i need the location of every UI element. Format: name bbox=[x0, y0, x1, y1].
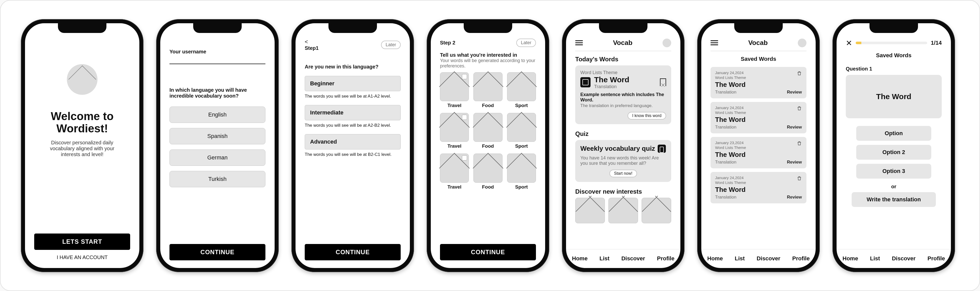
review-button[interactable]: Review bbox=[787, 160, 802, 165]
saved-word-item[interactable]: January 24,2024Word Lists ThemeThe WordT… bbox=[711, 102, 807, 133]
saved-words-list: January 24,2024Word Lists ThemeThe WordT… bbox=[711, 67, 807, 207]
quiz-option-1[interactable]: Option bbox=[856, 126, 931, 141]
saved-translation: Translation bbox=[715, 125, 736, 130]
avatar[interactable] bbox=[662, 38, 671, 47]
menu-icon[interactable] bbox=[575, 39, 583, 46]
interest-tile[interactable] bbox=[473, 72, 502, 101]
lang-option-spanish[interactable]: Spanish bbox=[169, 128, 266, 144]
level-intermediate-note: The words you will see will be at A2-B2 … bbox=[305, 123, 401, 128]
saved-translation: Translation bbox=[715, 195, 736, 200]
phone-level: < Step1 Later Are you new in this langua… bbox=[291, 19, 414, 272]
interest-tile[interactable] bbox=[507, 113, 536, 142]
word-example-translation: The translation in preferred language. bbox=[580, 103, 666, 108]
saved-date: January 23,2024 bbox=[715, 141, 802, 145]
nav-list[interactable]: List bbox=[870, 255, 880, 262]
saved-word-item[interactable]: January 23,2024Word Lists ThemeThe WordT… bbox=[711, 137, 807, 168]
quiz-option-3[interactable]: Option 3 bbox=[856, 164, 931, 179]
saved-word: The Word bbox=[715, 81, 802, 89]
quiz-card-text: You have 14 new words this week! Are you… bbox=[580, 155, 666, 166]
level-intermediate[interactable]: Intermediate bbox=[305, 105, 401, 120]
interest-tile[interactable] bbox=[507, 72, 536, 101]
nav-profile[interactable]: Profile bbox=[928, 255, 945, 262]
interest-label: Travel bbox=[447, 184, 461, 190]
review-button[interactable]: Review bbox=[787, 90, 802, 95]
username-input[interactable] bbox=[169, 55, 266, 64]
phone-language: Your username In which language you will… bbox=[156, 19, 279, 272]
continue-button[interactable]: CONTINUE bbox=[440, 244, 536, 261]
saved-word-item[interactable]: January 24,2024Word Lists ThemeThe WordT… bbox=[711, 67, 807, 98]
later-button[interactable]: Later bbox=[381, 41, 401, 49]
bookmark-icon[interactable] bbox=[660, 78, 666, 86]
nav-discover[interactable]: Discover bbox=[757, 255, 780, 262]
wireframe-canvas: Welcome to Wordiest! Discover personaliz… bbox=[0, 0, 980, 291]
interest-label: Travel bbox=[447, 103, 461, 108]
lang-option-english[interactable]: English bbox=[169, 107, 266, 123]
saved-date: January 24,2024 bbox=[715, 106, 802, 110]
review-button[interactable]: Review bbox=[787, 125, 802, 130]
or-label: or? bbox=[846, 184, 942, 190]
review-button[interactable]: Review bbox=[787, 195, 802, 200]
welcome-title: Welcome to Wordiest! bbox=[34, 110, 130, 135]
saved-word: The Word bbox=[715, 116, 802, 124]
interest-label: Sport bbox=[515, 103, 528, 108]
interest-tile[interactable] bbox=[440, 113, 469, 142]
interest-label: Sport bbox=[515, 184, 528, 190]
trash-icon[interactable] bbox=[797, 106, 802, 112]
nav-list[interactable]: List bbox=[600, 255, 609, 262]
nav-home[interactable]: Home bbox=[707, 255, 723, 262]
level-beginner[interactable]: Beginner bbox=[305, 76, 401, 91]
write-translation-button[interactable]: Write the translation bbox=[852, 192, 936, 207]
close-icon[interactable]: ✕ bbox=[846, 38, 852, 48]
menu-icon[interactable] bbox=[711, 39, 718, 46]
nav-discover[interactable]: Discover bbox=[892, 255, 916, 262]
know-word-button[interactable]: I know this word bbox=[628, 112, 666, 120]
step-label: Step1 bbox=[305, 45, 318, 51]
welcome-subtitle: Discover personalized daily vocabulary a… bbox=[41, 140, 123, 157]
avatar[interactable] bbox=[798, 38, 807, 47]
interests-title: Tell us what you're interested in bbox=[440, 52, 536, 58]
lets-start-button[interactable]: LETS START bbox=[34, 233, 130, 250]
trash-icon[interactable] bbox=[797, 70, 802, 77]
interest-tile[interactable] bbox=[440, 153, 469, 182]
quiz-option-2[interactable]: Option 2 bbox=[856, 145, 931, 160]
nav-list[interactable]: List bbox=[735, 255, 745, 262]
nav-discover[interactable]: Discover bbox=[621, 255, 645, 262]
trash-icon[interactable] bbox=[797, 141, 802, 147]
interest-tile[interactable] bbox=[473, 153, 502, 182]
word-card: Word Lists Theme The Word Translation Ex… bbox=[575, 66, 671, 124]
later-button[interactable]: Later bbox=[516, 38, 536, 47]
lang-option-german[interactable]: German bbox=[169, 149, 266, 166]
lang-option-turkish[interactable]: Turkish bbox=[169, 171, 266, 187]
interest-tile[interactable] bbox=[440, 72, 469, 101]
word-example: Example sentence which includes The Word… bbox=[580, 92, 666, 103]
saved-title: Saved Words bbox=[846, 52, 942, 59]
continue-button[interactable]: CONTINUE bbox=[169, 244, 266, 261]
saved-word-item[interactable]: January 24,2024Word Lists ThemeThe WordT… bbox=[711, 172, 807, 203]
start-quiz-button[interactable]: Start now! bbox=[609, 169, 637, 177]
interest-tile[interactable] bbox=[473, 113, 502, 142]
have-account-link[interactable]: I HAVE AN ACCOUNT bbox=[34, 254, 130, 261]
continue-button[interactable]: CONTINUE bbox=[305, 244, 401, 261]
phone-interests: Step 2 Later Tell us what you're interes… bbox=[427, 19, 549, 272]
phone-quiz: ✕ 1/14 Saved Words Question 1 The Word O… bbox=[832, 19, 955, 272]
bottom-nav: Home List Discover Profile bbox=[701, 249, 816, 268]
discover-tile[interactable] bbox=[608, 198, 638, 223]
discover-tile[interactable] bbox=[575, 198, 605, 223]
nav-home[interactable]: Home bbox=[842, 255, 858, 262]
back-button[interactable]: < bbox=[305, 38, 318, 45]
nav-profile[interactable]: Profile bbox=[657, 255, 674, 262]
saved-theme: Word Lists Theme bbox=[715, 110, 802, 115]
phone-saved: Vocab Saved Words January 24,2024Word Li… bbox=[697, 19, 820, 272]
saved-word: The Word bbox=[715, 151, 802, 159]
saved-word: The Word bbox=[715, 186, 802, 193]
quiz-question-label: Question 1 bbox=[846, 66, 942, 72]
trash-icon[interactable] bbox=[797, 176, 802, 182]
nav-home[interactable]: Home bbox=[572, 255, 587, 262]
book-icon bbox=[580, 77, 590, 87]
interest-tile[interactable] bbox=[507, 153, 536, 182]
todays-words-title: Today's Words bbox=[575, 56, 671, 63]
discover-tile[interactable] bbox=[641, 198, 671, 223]
nav-profile[interactable]: Profile bbox=[792, 255, 810, 262]
level-advanced[interactable]: Advanced bbox=[305, 134, 401, 149]
word-theme: Word Lists Theme bbox=[580, 70, 666, 75]
